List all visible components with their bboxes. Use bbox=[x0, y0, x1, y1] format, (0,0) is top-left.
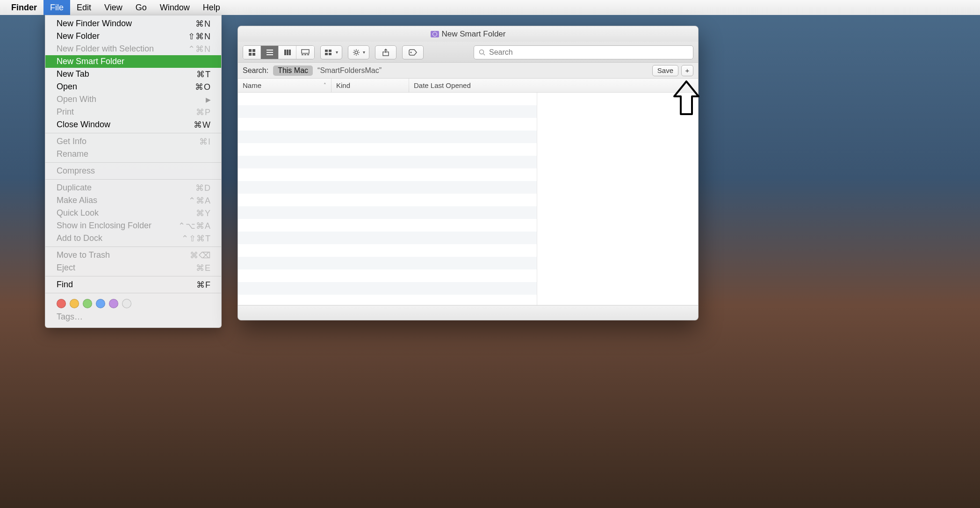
menu-item-shortcut: ⌘W bbox=[194, 120, 211, 130]
file-list[interactable] bbox=[238, 93, 537, 305]
list-row bbox=[238, 156, 537, 168]
menu-item-eject: Eject ⌘E bbox=[45, 261, 221, 274]
svg-rect-9 bbox=[289, 50, 291, 55]
list-row bbox=[238, 181, 537, 194]
svg-rect-0 bbox=[249, 49, 252, 52]
menu-item-rename: Rename bbox=[45, 148, 221, 160]
action-button[interactable]: ▾ bbox=[348, 45, 369, 59]
menubar-item-go[interactable]: Go bbox=[129, 0, 153, 15]
menu-item-label: Move to Trash bbox=[57, 250, 110, 260]
search-input[interactable] bbox=[489, 48, 688, 57]
menubar-item-view[interactable]: View bbox=[98, 0, 129, 15]
menubar-item-file[interactable]: File bbox=[43, 0, 70, 15]
view-gallery-button[interactable] bbox=[296, 46, 314, 59]
svg-rect-16 bbox=[329, 50, 331, 52]
menu-separator bbox=[45, 179, 221, 180]
add-rule-button[interactable]: + bbox=[681, 65, 693, 76]
list-row bbox=[238, 131, 537, 143]
svg-rect-5 bbox=[267, 52, 273, 53]
menubar-item-window[interactable]: Window bbox=[153, 0, 196, 15]
menu-item-duplicate: Duplicate ⌘D bbox=[45, 181, 221, 194]
list-row bbox=[238, 143, 537, 156]
menu-item-add-to-dock: Add to Dock ⌃⇧⌘T bbox=[45, 232, 221, 245]
svg-rect-13 bbox=[307, 54, 309, 55]
menu-item-shortcut: ⌃⇧⌘T bbox=[181, 233, 211, 244]
menu-separator bbox=[45, 247, 221, 247]
share-button[interactable] bbox=[375, 45, 396, 59]
arrange-button[interactable]: ▾ bbox=[320, 45, 342, 59]
scope-bar: Search: This Mac “SmartFoldersMac” Save … bbox=[238, 63, 698, 79]
list-row bbox=[238, 206, 537, 219]
search-icon bbox=[479, 49, 485, 56]
menu-item-shortcut: ⌃⌥⌘A bbox=[178, 221, 211, 231]
menu-item-find[interactable]: Find ⌘F bbox=[45, 278, 221, 291]
menu-item-new-smart-folder[interactable]: New Smart Folder bbox=[45, 55, 221, 68]
menu-item-close-window[interactable]: Close Window ⌘W bbox=[45, 118, 221, 131]
save-search-button[interactable]: Save bbox=[652, 65, 678, 76]
tag-yellow-icon bbox=[70, 299, 79, 308]
view-column-button[interactable] bbox=[279, 46, 296, 59]
window-title: New Smart Folder bbox=[442, 29, 506, 39]
columns-header: Name ˄ Kind Date Last Opened bbox=[238, 79, 698, 93]
menubar-item-help[interactable]: Help bbox=[196, 0, 227, 15]
column-label: Date Last Opened bbox=[414, 81, 471, 89]
tag-gray-icon bbox=[122, 299, 131, 308]
view-icon-button[interactable] bbox=[243, 46, 261, 59]
menu-item-label: Open With bbox=[57, 94, 96, 104]
list-row bbox=[238, 105, 537, 118]
menu-item-quick-look: Quick Look ⌘Y bbox=[45, 207, 221, 219]
chevron-down-icon: ▾ bbox=[336, 50, 338, 55]
svg-line-22 bbox=[483, 54, 485, 55]
column-header-kind[interactable]: Kind bbox=[331, 79, 409, 92]
smart-folder-icon bbox=[431, 31, 439, 37]
column-header-name[interactable]: Name ˄ bbox=[238, 79, 331, 92]
menu-item-label: Eject bbox=[57, 263, 75, 273]
menu-item-label: New Folder bbox=[57, 31, 100, 41]
menu-item-shortcut: ⌘O bbox=[195, 82, 211, 92]
search-field[interactable] bbox=[474, 45, 693, 59]
tag-green-icon bbox=[83, 299, 92, 308]
tag-red-icon bbox=[57, 299, 66, 308]
menu-item-label: Open bbox=[57, 82, 77, 92]
menu-item-new-finder-window[interactable]: New Finder Window ⌘N bbox=[45, 17, 221, 30]
menu-item-label: Get Info bbox=[57, 137, 86, 146]
menu-item-open[interactable]: Open ⌘O bbox=[45, 80, 221, 93]
menu-separator bbox=[45, 162, 221, 163]
view-mode-group bbox=[243, 45, 315, 59]
preview-pane bbox=[537, 93, 698, 305]
chevron-down-icon: ▾ bbox=[363, 50, 365, 55]
menu-item-shortcut: ⌘E bbox=[196, 263, 211, 273]
content-area bbox=[238, 93, 698, 305]
scope-this-mac[interactable]: This Mac bbox=[273, 65, 313, 76]
menu-item-label: New Finder Window bbox=[57, 19, 132, 29]
menu-tags-row bbox=[45, 295, 221, 311]
edit-tags-button[interactable] bbox=[402, 45, 424, 59]
menu-item-label: Make Alias bbox=[57, 196, 97, 205]
menu-item-new-folder[interactable]: New Folder ⇧⌘N bbox=[45, 30, 221, 43]
menubar-app[interactable]: Finder bbox=[5, 0, 43, 15]
list-row bbox=[238, 118, 537, 131]
menu-item-shortcut: ⌃⌘A bbox=[188, 196, 211, 206]
menubar-item-edit[interactable]: Edit bbox=[70, 0, 98, 15]
svg-rect-12 bbox=[304, 54, 306, 55]
menu-item-shortcut: ⇧⌘N bbox=[188, 31, 211, 42]
list-row bbox=[238, 219, 537, 232]
svg-rect-17 bbox=[329, 53, 331, 55]
menu-separator bbox=[45, 133, 221, 133]
menu-item-new-tab[interactable]: New Tab ⌘T bbox=[45, 68, 221, 80]
menu-item-compress: Compress bbox=[45, 165, 221, 177]
chevron-right-icon: ▶ bbox=[206, 96, 211, 103]
menu-item-shortcut: ⌘⌫ bbox=[190, 250, 211, 261]
tag-icon bbox=[409, 49, 417, 56]
menu-item-label: Duplicate bbox=[57, 183, 92, 193]
view-list-button[interactable] bbox=[261, 46, 279, 59]
column-header-date-last-opened[interactable]: Date Last Opened bbox=[409, 79, 698, 92]
menu-item-label: Rename bbox=[57, 149, 88, 159]
window-titlebar[interactable]: New Smart Folder bbox=[238, 26, 698, 42]
list-row bbox=[238, 257, 537, 269]
menu-item-label: New Tab bbox=[57, 69, 89, 79]
list-row bbox=[238, 194, 537, 206]
menu-item-shortcut: ⌃⌘N bbox=[188, 44, 211, 54]
list-row bbox=[238, 282, 537, 295]
scope-location[interactable]: “SmartFoldersMac” bbox=[317, 66, 382, 75]
